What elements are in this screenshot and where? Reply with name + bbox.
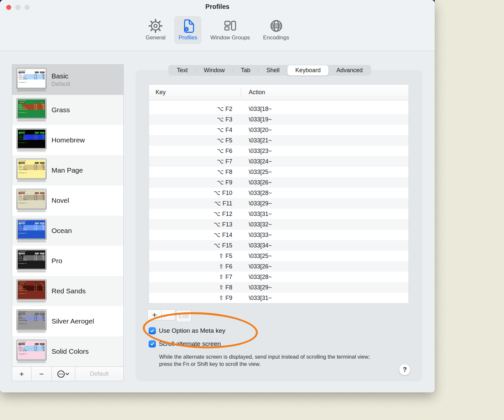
thumbnail-reflection bbox=[17, 210, 46, 213]
profile-thumbnail: Terminal# COMMAND %CPURPRVT top4.1%231KX… bbox=[16, 309, 47, 333]
table-row[interactable]: ⌥ F15 \033[34~ bbox=[149, 240, 409, 251]
table-row[interactable]: ⌥ F11 \033[29~ bbox=[149, 198, 409, 209]
key-cell: ⌥ F11 bbox=[214, 200, 241, 207]
key-cell: ⌥ F10 bbox=[214, 189, 241, 197]
key-cell: ⌥ F4 bbox=[217, 126, 241, 134]
profile-list-item[interactable]: Terminal# COMMAND %CPURPRVT top4.1%231KX… bbox=[12, 336, 123, 367]
scroll-alternate-screen-checkbox[interactable] bbox=[149, 340, 156, 347]
profile-list-item[interactable]: Terminal# COMMAND %CPURPRVT top4.1%231KX… bbox=[12, 65, 123, 95]
profile-name: Basic bbox=[52, 72, 70, 80]
content-area: Terminal# COMMAND %CPURPRVT top4.1%231KX… bbox=[0, 51, 435, 392]
key-cell: ⌥ F2 bbox=[217, 105, 241, 113]
thumbnail-reflection bbox=[17, 271, 46, 273]
add-profile-button[interactable]: + bbox=[12, 367, 32, 381]
tab-window[interactable]: Window bbox=[196, 65, 233, 75]
profile-list-item[interactable]: Terminal# COMMAND %CPURPRVT top4.1%231KX… bbox=[12, 216, 123, 246]
thumbnail-reflection bbox=[17, 180, 46, 182]
table-row[interactable]: ⇧ F7 \033[28~ bbox=[149, 272, 409, 282]
table-row[interactable]: ⇧ F9 \033[31~ bbox=[149, 293, 409, 303]
profile-list-item[interactable]: Terminal# COMMAND %CPURPRVT top4.1%231KX… bbox=[12, 246, 123, 276]
default-button[interactable]: Default bbox=[75, 367, 123, 381]
tab-advanced[interactable]: Advanced bbox=[328, 65, 370, 75]
profile-name: Man Page bbox=[52, 166, 83, 174]
toolbar-item-window-groups[interactable]: Window Groups bbox=[206, 16, 254, 44]
use-option-as-meta-key-checkbox[interactable] bbox=[149, 327, 156, 334]
table-row[interactable]: ⌥ F13 \033[32~ bbox=[149, 219, 409, 230]
key-cell: ⌥ F5 bbox=[217, 137, 241, 144]
profile-list-item[interactable]: Terminal# COMMAND %CPURPRVT top4.1%231KX… bbox=[12, 276, 123, 306]
table-row[interactable]: ⇧ F8 \033[29~ bbox=[149, 282, 409, 293]
table-row[interactable]: ⌥ F6 \033[23~ bbox=[149, 146, 409, 156]
title-bar: Profiles General bbox=[0, 0, 435, 51]
table-row[interactable]: ⌥ F4 \033[20~ bbox=[149, 125, 409, 135]
profile-name: Ocean bbox=[52, 227, 72, 235]
table-row[interactable]: ⌥ F12 \033[31~ bbox=[149, 209, 409, 219]
remove-key-mapping-button[interactable]: − bbox=[161, 309, 175, 321]
profile-name: Solid Colors bbox=[52, 347, 89, 355]
profile-name: Homebrew bbox=[52, 136, 85, 144]
alternate-screen-help-text: While the alternate screen is displayed,… bbox=[159, 353, 376, 368]
profile-name: Silver Aerogel bbox=[52, 317, 94, 325]
use-option-as-meta-key-row: Use Option as Meta key bbox=[149, 327, 225, 334]
key-cell: ⌥ F13 bbox=[214, 221, 241, 228]
table-row[interactable]: ⌥ F9 \033[26~ bbox=[149, 177, 409, 188]
thumbnail-reflection bbox=[17, 331, 46, 333]
toolbar-item-encodings[interactable]: Encodings bbox=[259, 16, 293, 44]
scroll-alternate-screen-label[interactable]: Scroll alternate screen bbox=[159, 340, 221, 347]
checkmark-icon bbox=[150, 342, 155, 346]
table-header: Key Action bbox=[149, 85, 409, 100]
toolbar-item-general[interactable]: General bbox=[141, 16, 170, 44]
table-row[interactable]: ⌥ F5 \033[21~ bbox=[149, 135, 409, 146]
tab-text[interactable]: Text bbox=[169, 65, 196, 75]
profile-name: Pro bbox=[52, 257, 62, 265]
tab-keyboard[interactable]: Keyboard bbox=[287, 65, 328, 75]
table-row[interactable]: ⇧ F6 \033[26~ bbox=[149, 261, 409, 272]
document-gear-icon bbox=[180, 18, 196, 33]
profile-thumbnail: Terminal# COMMAND %CPURPRVT top4.1%231KX… bbox=[16, 340, 47, 364]
key-cell: ⇧ F8 bbox=[219, 284, 241, 291]
thumbnail-reflection bbox=[17, 90, 46, 92]
key-cell: ⌥ F15 bbox=[214, 242, 241, 249]
use-option-as-meta-key-label[interactable]: Use Option as Meta key bbox=[159, 327, 225, 334]
table-row[interactable]: ⌥ F8 \033[25~ bbox=[149, 167, 409, 177]
profile-list-item[interactable]: Terminal# COMMAND %CPURPRVT top4.1%231KX… bbox=[12, 95, 123, 125]
ellipsis-circle-chevron-icon bbox=[56, 370, 70, 378]
profile-name: Red Sands bbox=[52, 287, 86, 295]
key-cell: ⌥ F12 bbox=[214, 210, 241, 218]
thumbnail-reflection bbox=[17, 241, 46, 243]
tab-tab[interactable]: Tab bbox=[233, 65, 258, 75]
preferences-window: Profiles General bbox=[0, 0, 435, 392]
profile-list-item[interactable]: Terminal# COMMAND %CPURPRVT top4.1%231KX… bbox=[12, 155, 123, 185]
profile-tab-bar: Text Window Tab Shell Keyboard Advanced bbox=[168, 65, 371, 76]
profile-actions-menu-button[interactable] bbox=[52, 367, 75, 381]
key-cell: ⌥ F6 bbox=[217, 147, 241, 155]
key-cell: ⌥ F7 bbox=[217, 158, 241, 165]
checkmark-icon bbox=[150, 328, 155, 333]
profile-thumbnail: Terminal# COMMAND %CPURPRVT top4.1%231KX… bbox=[16, 128, 47, 152]
thumbnail-reflection bbox=[17, 361, 46, 364]
action-cell: \033[24~ bbox=[241, 158, 409, 165]
profile-list-item[interactable]: Terminal# COMMAND %CPURPRVT top4.1%231KX… bbox=[12, 306, 123, 336]
profile-list-item[interactable]: Terminal# COMMAND %CPURPRVT top4.1%231KX… bbox=[12, 125, 123, 155]
profile-thumbnail: Terminal# COMMAND %CPURPRVT top4.1%231KX… bbox=[16, 249, 47, 273]
profile-name: Grass bbox=[52, 106, 70, 114]
table-row[interactable]: ⌥ F3 \033[19~ bbox=[149, 114, 409, 125]
action-cell: \033[31~ bbox=[241, 211, 409, 218]
add-key-mapping-button[interactable]: + bbox=[147, 309, 162, 321]
table-row[interactable]: ⌥ F10 \033[28~ bbox=[149, 188, 409, 198]
toolbar-item-profiles[interactable]: Profiles bbox=[174, 16, 201, 44]
table-row[interactable]: ⌥ F2 \033[18~ bbox=[149, 104, 409, 114]
edit-key-mapping-button[interactable]: Edit bbox=[176, 310, 191, 322]
action-cell: \033[19~ bbox=[241, 116, 409, 123]
sidebar-footer: + − Default bbox=[12, 367, 123, 381]
key-cell: ⌥ F14 bbox=[214, 231, 241, 239]
tab-shell[interactable]: Shell bbox=[259, 65, 287, 75]
table-row[interactable]: ⇧ F5 \033[25~ bbox=[149, 251, 409, 261]
profile-list-item[interactable]: Terminal# COMMAND %CPURPRVT top4.1%231KX… bbox=[12, 185, 123, 216]
key-cell: ⌥ F3 bbox=[217, 116, 241, 123]
table-row[interactable]: ⌥ F7 \033[24~ bbox=[149, 156, 409, 167]
table-row[interactable]: ⌥ F14 \033[33~ bbox=[149, 230, 409, 240]
remove-profile-button[interactable]: − bbox=[32, 367, 52, 381]
action-cell: \033[34~ bbox=[241, 242, 409, 249]
help-button[interactable]: ? bbox=[399, 364, 410, 375]
